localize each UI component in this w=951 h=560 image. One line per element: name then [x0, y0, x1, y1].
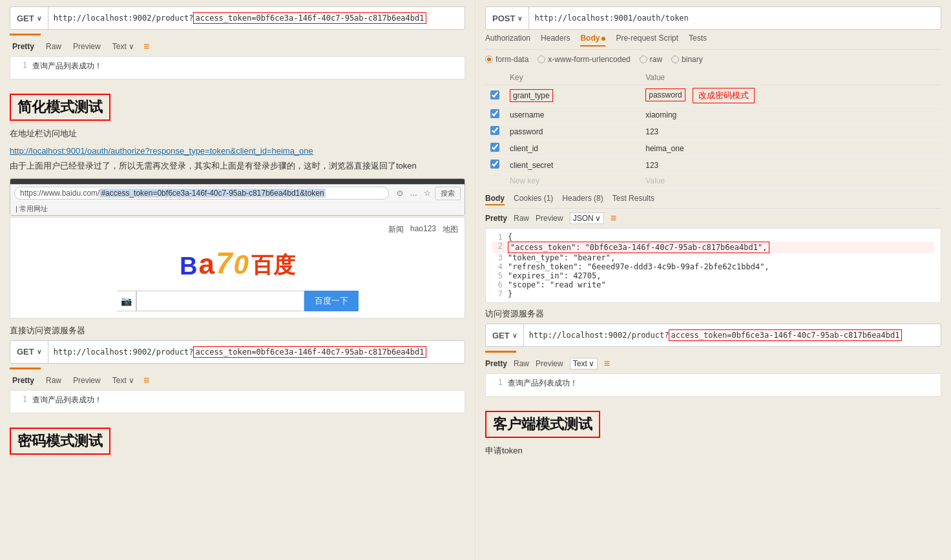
kv-value-username: xiaoming	[640, 107, 941, 123]
kv-checkbox-client-id[interactable]	[485, 140, 505, 157]
oauth-link[interactable]: http://localhost:9001/oauth/authorize?re…	[10, 146, 313, 156]
format-icon-resource[interactable]: ≡	[604, 358, 610, 369]
baidu-nav-map[interactable]: 地图	[443, 224, 458, 235]
chevron-down-resource: ∨	[589, 359, 594, 368]
kv-value-client-id: heima_one	[640, 140, 941, 157]
format-icon-top[interactable]: ≡	[143, 41, 149, 52]
tab-prerequest[interactable]: Pre-request Script	[616, 34, 678, 47]
json-line-4: 4 "refresh_token": "6eeed97e-ddd3-4c9b-9…	[492, 262, 934, 271]
resp-format-select-json[interactable]: JSON ∨	[570, 213, 604, 224]
resp-tab-headers[interactable]: Headers (8)	[562, 194, 603, 205]
response-line-1-resource: 1 查询产品列表成功！	[492, 378, 934, 389]
post-request-bar: POST ∨ http://localhost:9001/oauth/token	[485, 6, 941, 30]
top-request-bar: GET ∨ http://localhost:9002/product?acce…	[10, 6, 465, 30]
section1-heading: 简化模式测试	[10, 94, 110, 121]
radio-binary[interactable]: binary	[671, 55, 703, 64]
left-panel: GET ∨ http://localhost:9002/product?acce…	[0, 0, 476, 560]
resource-format-pretty[interactable]: Pretty	[485, 359, 507, 368]
resp-format-raw[interactable]: Raw	[514, 214, 529, 223]
resource-request-bar: GET ∨ http://localhost:9002/product?acce…	[485, 324, 941, 347]
tab-raw-direct[interactable]: Raw	[43, 375, 64, 386]
response-line-1-top: 1 查询产品列表成功！	[17, 61, 458, 72]
callout-password-mode: 改成密码模式	[693, 88, 755, 103]
baidu-nav-hao123[interactable]: hao123	[410, 224, 436, 235]
baidu-search-button[interactable]: 百度一下	[304, 291, 359, 311]
baidu-0-number: 0	[234, 249, 249, 280]
browser-icon-star: …	[410, 189, 417, 198]
chevron-down-icon-resource: ∨	[512, 332, 517, 339]
response-tabs-top: Pretty Raw Preview Text ∨ ≡	[10, 41, 465, 52]
method-get-direct[interactable]: GET ∨	[10, 341, 48, 363]
kv-new-value-cell[interactable]: Value	[640, 174, 941, 189]
section3-heading: 客户端模式测试	[485, 411, 600, 438]
method-get-resource[interactable]: GET ∨	[486, 324, 524, 346]
kv-table: Key Value grant_type	[485, 70, 941, 189]
baidu-search-input[interactable]	[136, 291, 304, 311]
json-line-7: 7 }	[492, 289, 934, 298]
kv-new-key-cell[interactable]: New key	[505, 174, 640, 189]
tab-preview-direct[interactable]: Preview	[70, 375, 103, 386]
section3-sub: 申请token	[485, 444, 941, 458]
body-type-row: form-data x-www-form-urlencoded raw bina…	[485, 55, 941, 64]
tab-preview-top[interactable]: Preview	[70, 41, 103, 52]
baidu-nav: 新闻 hao123 地图	[17, 224, 458, 235]
radio-dot-urlencoded	[538, 56, 545, 63]
tab-raw-top[interactable]: Raw	[43, 41, 64, 52]
resource-format-preview[interactable]: Preview	[536, 359, 563, 368]
resp-tab-testresults[interactable]: Test Results	[612, 194, 654, 205]
right-panel: POST ∨ http://localhost:9001/oauth/token…	[476, 0, 951, 560]
resource-format-row: Pretty Raw Preview Text ∨ ≡	[485, 358, 941, 369]
tab-text-direct[interactable]: Text ∨	[110, 375, 137, 386]
orange-bar-top	[10, 34, 61, 36]
tab-body[interactable]: Body	[580, 34, 605, 47]
radio-raw[interactable]: raw	[640, 55, 662, 64]
url-display-direct: http://localhost:9002/product?access_tok…	[48, 346, 465, 358]
kv-checkbox-client-secret[interactable]	[485, 157, 505, 174]
radio-urlencoded[interactable]: x-www-form-urlencoded	[538, 55, 630, 64]
baidu-du-text: 百度	[251, 251, 295, 280]
tab-authorization[interactable]: Authorization	[485, 34, 530, 47]
kv-row-password: password 123	[485, 123, 941, 140]
radio-dot-binary	[671, 56, 679, 63]
kv-value-grant-type-box: password	[645, 88, 685, 101]
format-icon-resp[interactable]: ≡	[611, 213, 616, 224]
browser-favorite-bar: | 常用网址	[10, 202, 465, 215]
resource-format-raw[interactable]: Raw	[514, 359, 529, 368]
chevron-down-icon: ∨	[37, 15, 41, 22]
resp-format-preview[interactable]: Preview	[536, 214, 563, 223]
camera-icon[interactable]: 📷	[117, 291, 136, 311]
kv-checkbox-username[interactable]	[485, 107, 505, 123]
tab-headers[interactable]: Headers	[541, 34, 570, 47]
browser-address-input[interactable]: https://www.baidu.com/#access_token=0bf6…	[14, 187, 389, 200]
kv-checkbox-password[interactable]	[485, 123, 505, 140]
resp-tab-cookies[interactable]: Cookies (1)	[514, 194, 553, 205]
orange-bar-resource	[485, 351, 537, 353]
kv-col-key: Key	[505, 70, 640, 85]
format-icon-direct[interactable]: ≡	[143, 375, 149, 386]
tab-text-top[interactable]: Text ∨	[110, 41, 137, 52]
chevron-down-icon-post: ∨	[517, 15, 522, 22]
resource-format-select-text[interactable]: Text ∨	[570, 358, 598, 369]
json-line-3: 3 "token_type": "bearer",	[492, 253, 934, 262]
method-get-top[interactable]: GET ∨	[10, 7, 48, 29]
response-line-1-direct: 1 查询产品列表成功！	[17, 395, 458, 406]
browser-search-button[interactable]: 搜索	[435, 187, 461, 200]
kv-checkbox-grant-type[interactable]	[485, 85, 505, 107]
tab-tests[interactable]: Tests	[689, 34, 707, 47]
browser-icon-zoom: ⊙	[397, 189, 403, 198]
radio-formdata[interactable]: form-data	[485, 55, 528, 64]
baidu-7-number: 7	[216, 245, 233, 280]
resp-format-pretty[interactable]: Pretty	[485, 214, 507, 223]
resp-tab-body[interactable]: Body	[485, 194, 505, 205]
baidu-a-letter: a	[199, 248, 214, 280]
chevron-down-icon-direct: ∨	[37, 348, 41, 355]
baidu-nav-news[interactable]: 新闻	[388, 224, 404, 235]
radio-dot-raw	[640, 56, 647, 63]
url-display-top: http://localhost:9002/product?access_tok…	[48, 12, 465, 24]
kv-value-password: 123	[640, 123, 941, 140]
tab-pretty-direct[interactable]: Pretty	[10, 375, 37, 386]
baidu-search-row: 📷 百度一下	[17, 291, 458, 311]
baidu-area: 新闻 hao123 地图 B a 7 0 百度 📷 百度一下	[10, 217, 465, 318]
method-post[interactable]: POST ∨	[486, 7, 529, 29]
tab-pretty-top[interactable]: Pretty	[10, 41, 37, 52]
